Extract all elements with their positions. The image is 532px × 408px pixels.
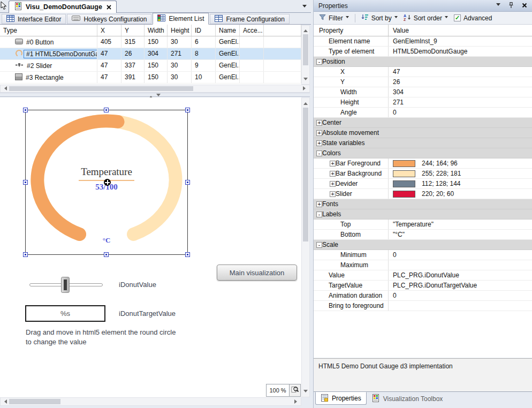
color-swatch[interactable] xyxy=(393,170,415,177)
expand-icon[interactable]: + xyxy=(316,201,322,207)
resize-handle-e[interactable] xyxy=(185,180,190,185)
expand-icon[interactable]: + xyxy=(330,171,336,177)
property-section-row[interactable]: +Absolute movement xyxy=(314,128,532,138)
resize-handle-se[interactable] xyxy=(185,252,190,257)
property-value-cell[interactable]: "Temperature" xyxy=(389,220,532,229)
property-section-row[interactable]: +Fonts xyxy=(314,199,532,209)
color-swatch[interactable] xyxy=(393,180,415,187)
column-header[interactable]: Width xyxy=(145,25,168,36)
table-row[interactable]: #2 Slider47337150309GenEl... xyxy=(0,60,301,72)
property-value-cell[interactable]: 112; 128; 144 xyxy=(389,179,532,188)
property-row[interactable]: +Bar Foreground244; 164; 96 xyxy=(314,158,532,169)
property-row[interactable]: Top"Temperature" xyxy=(314,220,532,230)
property-row[interactable]: Y26 xyxy=(314,77,532,87)
property-value-cell[interactable]: 0 xyxy=(389,108,532,117)
property-section-row[interactable]: -Colors xyxy=(314,148,532,158)
zoom-tool-button[interactable] xyxy=(289,384,301,397)
property-value-cell[interactable]: 304 xyxy=(389,87,532,97)
property-row[interactable]: +Bar Background255; 228; 181 xyxy=(314,169,532,179)
resize-handle-nw[interactable] xyxy=(23,108,28,112)
property-section-row[interactable]: +Center xyxy=(314,118,532,128)
color-swatch[interactable] xyxy=(393,191,415,198)
property-value-cell[interactable]: 0 xyxy=(389,250,532,260)
expand-icon[interactable]: + xyxy=(330,191,336,197)
table-row[interactable]: #0 Button405315150306GenEl... xyxy=(0,36,301,48)
property-value-cell[interactable]: 26 xyxy=(389,77,532,87)
property-row[interactable]: Animation duration0 xyxy=(314,291,532,301)
canvas-horizontal-scrollbar[interactable] xyxy=(0,397,301,406)
scroll-up-icon[interactable] xyxy=(303,27,308,32)
property-value-cell[interactable] xyxy=(389,240,532,250)
scroll-left-icon[interactable] xyxy=(2,399,7,404)
table-horizontal-scrollbar[interactable] xyxy=(0,85,310,93)
tab-element-list[interactable]: Element List xyxy=(153,13,209,25)
panel-tab-visualization-toolbox[interactable]: Visualization Toolbox xyxy=(367,392,448,405)
panel-tab-properties[interactable]: Properties xyxy=(315,392,367,405)
color-swatch[interactable] xyxy=(393,160,415,167)
property-row[interactable]: Height271 xyxy=(314,97,532,108)
property-row[interactable]: Bring to foreground xyxy=(314,301,532,311)
property-row[interactable]: Type of elementHTML5DemoDonutGauge xyxy=(314,47,532,57)
column-header[interactable]: Acce... xyxy=(240,25,264,36)
property-section-row[interactable]: +State variables xyxy=(314,138,532,148)
column-header[interactable]: Height xyxy=(168,25,192,36)
horizontal-splitter[interactable] xyxy=(0,93,310,97)
resize-handle-sw[interactable] xyxy=(23,252,28,257)
expand-icon[interactable]: + xyxy=(316,120,322,126)
pin-icon[interactable] xyxy=(508,2,514,10)
donut-gauge-element[interactable]: Temperature 53/100 °C xyxy=(25,110,188,255)
property-section-row[interactable]: -Position xyxy=(314,57,532,67)
property-value-cell[interactable]: 47 xyxy=(389,67,532,77)
close-document-icon[interactable] xyxy=(107,5,111,10)
close-panel-icon[interactable] xyxy=(522,2,527,10)
scroll-right-icon[interactable] xyxy=(294,399,299,404)
expand-icon[interactable]: + xyxy=(330,161,336,167)
filter-button[interactable]: Filter xyxy=(317,13,351,23)
table-row[interactable]: #3 Rectangle473911503010GenEl... xyxy=(0,72,301,84)
resize-handle-w[interactable] xyxy=(23,180,28,185)
property-value-cell[interactable] xyxy=(389,138,532,148)
property-row[interactable]: Angle0 xyxy=(314,108,532,118)
property-value-cell[interactable] xyxy=(389,118,532,127)
tab-interface-editor[interactable]: Interface Editor xyxy=(2,14,66,24)
column-header[interactable]: ID xyxy=(192,25,216,36)
collapse-icon[interactable]: - xyxy=(316,242,322,248)
column-header[interactable]: Type xyxy=(0,25,97,36)
property-value-cell[interactable]: "°C" xyxy=(389,230,532,239)
tab-frame-configuration[interactable]: Frame Configuration xyxy=(210,14,289,24)
property-value-cell[interactable] xyxy=(389,209,532,219)
property-section-row[interactable]: -Scale xyxy=(314,240,532,250)
property-value-cell[interactable] xyxy=(389,260,532,270)
property-value-cell[interactable]: 0 xyxy=(389,291,532,300)
collapse-icon[interactable]: - xyxy=(316,211,322,217)
column-header[interactable]: Name xyxy=(216,25,240,36)
property-row[interactable]: Width304 xyxy=(314,87,532,97)
tab-hotkeys-configuration[interactable]: Hotkeys Configuration xyxy=(67,14,151,24)
resize-handle-ne[interactable] xyxy=(185,108,190,112)
property-value-cell[interactable]: HTML5DemoDonutGauge xyxy=(389,47,532,56)
sort-order-button[interactable]: AZ Sort order xyxy=(402,13,450,24)
scroll-left-icon[interactable] xyxy=(2,86,7,90)
property-row[interactable]: +Slider220; 20; 60 xyxy=(314,189,532,199)
column-header[interactable]: X xyxy=(97,25,121,36)
table-row[interactable]: #1 HTML5DemoDonutGauge47263042718GenEl..… xyxy=(0,48,301,60)
canvas-vertical-scrollbar[interactable] xyxy=(301,97,310,397)
scrollbar-thumb[interactable] xyxy=(9,86,193,91)
scrollbar-thumb[interactable] xyxy=(303,34,308,65)
slider-thumb[interactable] xyxy=(61,277,70,293)
collapse-icon[interactable]: - xyxy=(316,59,322,65)
property-section-row[interactable]: -Labels xyxy=(314,209,532,220)
slider-element[interactable] xyxy=(25,276,105,293)
collapse-icon[interactable]: - xyxy=(316,150,322,156)
property-value-cell[interactable] xyxy=(389,57,532,66)
property-row[interactable]: ValuePLC_PRG.iDonutValue xyxy=(314,270,532,281)
property-value-cell[interactable] xyxy=(389,128,532,138)
property-value-cell[interactable] xyxy=(389,301,532,311)
tabbar-overflow-dropdown-icon[interactable] xyxy=(302,5,307,10)
scroll-down-icon[interactable] xyxy=(303,390,308,395)
property-value-cell[interactable]: 244; 164; 96 xyxy=(389,158,532,168)
property-value-cell[interactable] xyxy=(389,199,532,209)
scroll-up-icon[interactable] xyxy=(303,100,308,105)
target-value-input[interactable]: %s xyxy=(25,305,105,322)
scrollbar-thumb[interactable] xyxy=(9,399,60,404)
